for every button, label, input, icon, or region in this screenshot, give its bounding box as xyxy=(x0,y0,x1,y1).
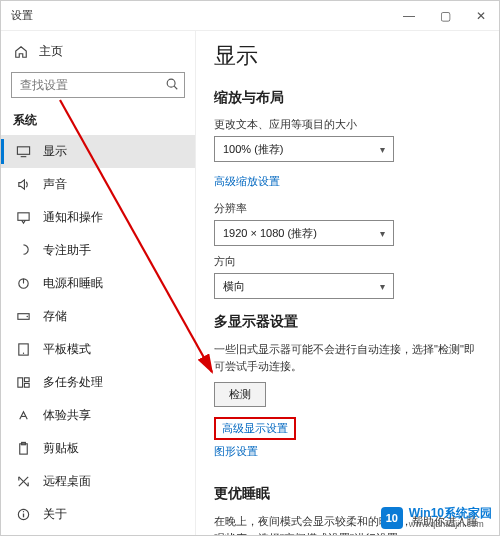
page-title: 显示 xyxy=(214,41,481,71)
section-label: 系统 xyxy=(1,108,195,135)
search-icon xyxy=(165,77,179,91)
orientation-label: 方向 xyxy=(214,254,481,269)
remote-icon xyxy=(15,474,31,490)
sidebar-item-label: 通知和操作 xyxy=(43,209,103,226)
graphics-settings-link[interactable]: 图形设置 xyxy=(214,444,258,459)
watermark-logo: 10 xyxy=(381,507,403,529)
sidebar-item-power[interactable]: 电源和睡眠 xyxy=(1,267,195,300)
svg-rect-11 xyxy=(17,378,22,387)
search-row xyxy=(11,72,185,98)
svg-rect-15 xyxy=(19,444,27,454)
sidebar: 主页 系统 显示 声音 通知和操作 xyxy=(1,31,196,535)
sidebar-item-focus[interactable]: 专注助手 xyxy=(1,234,195,267)
resolution-label: 分辨率 xyxy=(214,201,481,216)
window-controls: — ▢ ✕ xyxy=(391,2,499,30)
detect-button[interactable]: 检测 xyxy=(214,382,266,407)
sidebar-item-label: 平板模式 xyxy=(43,341,91,358)
svg-point-21 xyxy=(22,511,23,512)
display-icon xyxy=(15,144,31,160)
storage-icon xyxy=(15,309,31,325)
text-size-value: 100% (推荐) xyxy=(223,142,284,157)
sound-icon xyxy=(15,177,31,193)
annotation-highlight: 高级显示设置 xyxy=(214,417,296,440)
watermark-url: www.qdhuajin.com xyxy=(409,520,492,530)
svg-point-10 xyxy=(22,353,23,354)
multi-desc: 一些旧式显示器可能不会进行自动连接，选择"检测"即可尝试手动连接。 xyxy=(214,341,481,374)
focus-icon xyxy=(15,243,31,259)
sidebar-item-sound[interactable]: 声音 xyxy=(1,168,195,201)
sidebar-item-about[interactable]: 关于 xyxy=(1,498,195,531)
close-button[interactable]: ✕ xyxy=(463,2,499,30)
resolution-value: 1920 × 1080 (推荐) xyxy=(223,226,317,241)
shared-icon xyxy=(15,408,31,424)
scale-group-title: 缩放与布局 xyxy=(214,89,481,107)
sidebar-item-label: 剪贴板 xyxy=(43,440,79,457)
content-pane: 显示 缩放与布局 更改文本、应用等项目的大小 100% (推荐) ▾ 高级缩放设… xyxy=(196,31,499,535)
tablet-icon xyxy=(15,342,31,358)
chevron-down-icon: ▾ xyxy=(380,144,385,155)
sidebar-item-label: 体验共享 xyxy=(43,407,91,424)
sidebar-item-label: 关于 xyxy=(43,506,67,523)
svg-line-1 xyxy=(174,86,177,89)
notifications-icon xyxy=(15,210,31,226)
home-label: 主页 xyxy=(39,43,63,60)
chevron-down-icon: ▾ xyxy=(380,281,385,292)
text-size-select[interactable]: 100% (推荐) ▾ xyxy=(214,136,394,162)
advanced-display-link[interactable]: 高级显示设置 xyxy=(222,421,288,436)
text-size-label: 更改文本、应用等项目的大小 xyxy=(214,117,481,132)
sidebar-item-label: 专注助手 xyxy=(43,242,91,259)
maximize-button[interactable]: ▢ xyxy=(427,2,463,30)
home-icon xyxy=(13,44,29,60)
svg-rect-13 xyxy=(24,383,29,387)
titlebar: 设置 — ▢ ✕ xyxy=(1,1,499,31)
sidebar-item-remote[interactable]: 远程桌面 xyxy=(1,465,195,498)
sidebar-item-display[interactable]: 显示 xyxy=(1,135,195,168)
home-button[interactable]: 主页 xyxy=(1,37,195,66)
sidebar-item-label: 远程桌面 xyxy=(43,473,91,490)
resolution-select[interactable]: 1920 × 1080 (推荐) ▾ xyxy=(214,220,394,246)
svg-rect-4 xyxy=(17,213,28,221)
sidebar-item-tablet[interactable]: 平板模式 xyxy=(1,333,195,366)
about-icon xyxy=(15,507,31,523)
search-input[interactable] xyxy=(11,72,185,98)
sidebar-item-storage[interactable]: 存储 xyxy=(1,300,195,333)
sidebar-item-notifications[interactable]: 通知和操作 xyxy=(1,201,195,234)
sidebar-item-label: 声音 xyxy=(43,176,67,193)
minimize-button[interactable]: — xyxy=(391,2,427,30)
chevron-down-icon: ▾ xyxy=(380,228,385,239)
sidebar-item-shared[interactable]: 体验共享 xyxy=(1,399,195,432)
clipboard-icon xyxy=(15,441,31,457)
svg-point-8 xyxy=(26,316,28,318)
watermark: 10 Win10系统家园 www.qdhuajin.com xyxy=(381,507,492,530)
sidebar-item-label: 存储 xyxy=(43,308,67,325)
svg-rect-12 xyxy=(24,378,29,382)
nav-list: 显示 声音 通知和操作 专注助手 电源和睡眠 xyxy=(1,135,195,531)
orientation-select[interactable]: 横向 ▾ xyxy=(214,273,394,299)
sidebar-item-label: 多任务处理 xyxy=(43,374,103,391)
multitask-icon xyxy=(15,375,31,391)
advanced-scaling-link[interactable]: 高级缩放设置 xyxy=(214,174,280,189)
orientation-value: 横向 xyxy=(223,279,245,294)
sidebar-item-label: 电源和睡眠 xyxy=(43,275,103,292)
power-icon xyxy=(15,276,31,292)
sidebar-item-label: 显示 xyxy=(43,143,67,160)
sidebar-item-clipboard[interactable]: 剪贴板 xyxy=(1,432,195,465)
multi-group-title: 多显示器设置 xyxy=(214,313,481,331)
app-title: 设置 xyxy=(1,8,33,23)
sleep-group-title: 更优睡眠 xyxy=(214,485,481,503)
svg-rect-2 xyxy=(17,147,29,155)
svg-point-0 xyxy=(167,79,175,87)
sidebar-item-multitask[interactable]: 多任务处理 xyxy=(1,366,195,399)
